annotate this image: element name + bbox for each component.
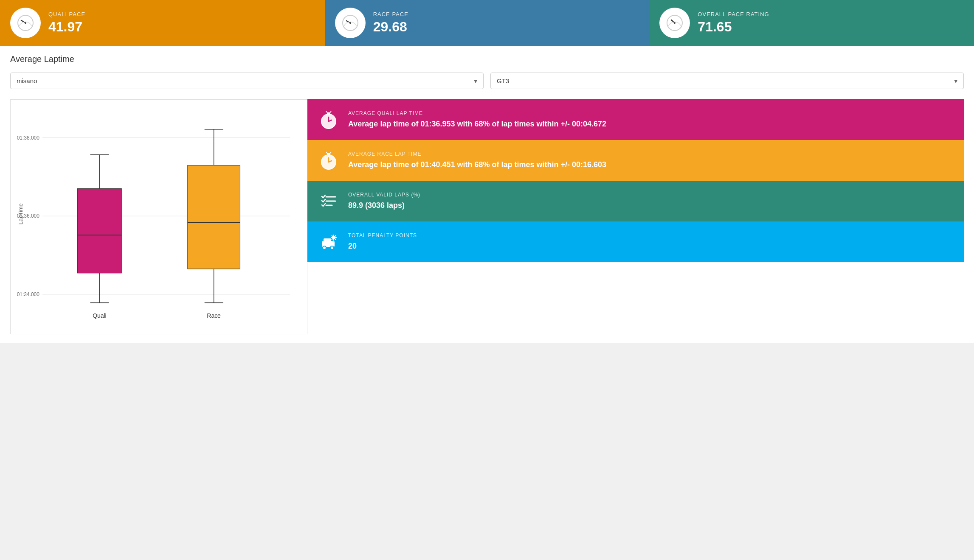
race-pace-label: RACE PACE	[373, 11, 408, 17]
stopwatch-icon	[318, 109, 339, 130]
track-dropdown-wrapper: misano monza spa nurburgring ▼	[10, 73, 484, 89]
stopwatch-icon-2	[318, 150, 339, 171]
valid-laps-icon	[316, 188, 341, 214]
quali-pace-value: 41.97	[48, 19, 85, 35]
valid-laps-card: OVERALL VALID LAPS (%) 89.9 (3036 laps)	[307, 181, 964, 221]
avg-race-text: AVERAGE RACE LAP TIME Average lap time o…	[348, 151, 606, 170]
race-pace-value: 29.68	[373, 19, 408, 35]
svg-rect-24	[188, 165, 240, 269]
valid-laps-text: OVERALL VALID LAPS (%) 89.9 (3036 laps)	[348, 192, 420, 210]
race-pace-icon-circle	[335, 8, 366, 38]
speedometer-icon-2	[342, 14, 359, 31]
penalty-card: TOTAL PENALTY POINTS 20	[307, 221, 964, 262]
penalty-text: TOTAL PENALTY POINTS 20	[348, 232, 417, 251]
avg-quali-icon	[316, 107, 341, 132]
svg-line-36	[329, 111, 331, 113]
boxplot-chart: LapTime 01:38.000 01:36.000 01:34.000	[10, 99, 307, 334]
section-title: Average Laptime	[10, 54, 964, 64]
svg-line-42	[326, 152, 328, 154]
avg-quali-text: AVERAGE QUALI LAP TIME Average lap time …	[348, 110, 606, 129]
overall-pace-text: OVERALL PACE RATING 71.65	[698, 11, 769, 35]
svg-rect-48	[324, 238, 331, 243]
avg-quali-card: AVERAGE QUALI LAP TIME Average lap time …	[307, 99, 964, 140]
overall-pace-icon-circle	[659, 8, 690, 38]
chart-info-row: LapTime 01:38.000 01:36.000 01:34.000	[10, 99, 964, 334]
main-content: Average Laptime misano monza spa nurburg…	[0, 46, 974, 343]
svg-text:01:36.000: 01:36.000	[17, 213, 40, 219]
avg-quali-label: AVERAGE QUALI LAP TIME	[348, 110, 606, 116]
svg-rect-18	[78, 188, 122, 273]
svg-text:01:34.000: 01:34.000	[17, 291, 40, 297]
valid-laps-label: OVERALL VALID LAPS (%)	[348, 192, 420, 198]
quali-pace-icon-circle	[10, 8, 41, 38]
quali-pace-card: QUALI PACE 41.97	[0, 0, 325, 46]
svg-text:Race: Race	[207, 312, 221, 319]
speedometer-icon-3	[666, 14, 683, 31]
boxplot-svg: LapTime 01:38.000 01:36.000 01:34.000	[15, 104, 303, 328]
avg-race-card: AVERAGE RACE LAP TIME Average lap time o…	[307, 140, 964, 181]
top-stats-row: QUALI PACE 41.97 RACE PACE 29.68	[0, 0, 974, 46]
race-pace-card: RACE PACE 29.68	[325, 0, 650, 46]
class-dropdown-wrapper: GT3 GT4 LMP2 GTE ▼	[490, 73, 964, 89]
quali-pace-label: QUALI PACE	[48, 11, 85, 17]
penalty-value: 20	[348, 241, 417, 251]
car-crash-icon	[318, 232, 339, 252]
info-cards: AVERAGE QUALI LAP TIME Average lap time …	[307, 99, 964, 262]
overall-pace-card: OVERALL PACE RATING 71.65	[649, 0, 974, 46]
svg-point-50	[330, 246, 334, 249]
avg-race-value: Average lap time of 01:40.451 with 68% o…	[348, 160, 606, 170]
svg-text:Quali: Quali	[93, 312, 107, 319]
avg-quali-value: Average lap time of 01:36.953 with 68% o…	[348, 119, 606, 129]
speedometer-icon	[17, 14, 34, 31]
overall-pace-value: 71.65	[698, 19, 769, 35]
track-dropdown[interactable]: misano monza spa nurburgring	[10, 73, 484, 89]
avg-race-icon	[316, 148, 341, 173]
dropdowns-row: misano monza spa nurburgring ▼ GT3 GT4 L…	[10, 73, 964, 89]
class-dropdown[interactable]: GT3 GT4 LMP2 GTE	[490, 73, 964, 89]
svg-text:01:38.000: 01:38.000	[17, 135, 40, 141]
svg-line-35	[326, 111, 328, 113]
penalty-icon	[316, 229, 341, 255]
race-pace-text: RACE PACE 29.68	[373, 11, 408, 35]
valid-laps-value: 89.9 (3036 laps)	[348, 200, 420, 210]
quali-pace-text: QUALI PACE 41.97	[48, 11, 85, 35]
svg-point-49	[323, 246, 326, 249]
svg-line-43	[329, 152, 331, 154]
checklist-icon	[318, 191, 339, 211]
avg-race-label: AVERAGE RACE LAP TIME	[348, 151, 606, 157]
penalty-label: TOTAL PENALTY POINTS	[348, 232, 417, 238]
overall-pace-label: OVERALL PACE RATING	[698, 11, 769, 17]
